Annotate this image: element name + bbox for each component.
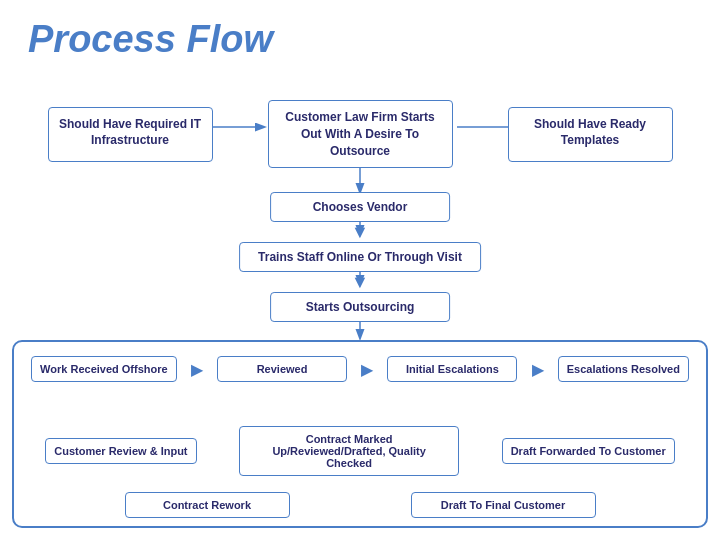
page-title: Process Flow: [28, 18, 273, 61]
draft-forwarded-box: Draft Forwarded To Customer: [502, 438, 675, 464]
customer-review-box: Customer Review & Input: [45, 438, 196, 464]
initial-escalations-box: Initial Escalations: [387, 356, 517, 382]
mid-flow: Chooses Vendor ▼ Trains Staff Online Or …: [239, 192, 481, 322]
container-row1: Work Received Offshore ▶ Reviewed ▶ Init…: [14, 356, 706, 382]
right-box: Should Have Ready Templates: [508, 107, 673, 162]
chooses-vendor-box: Chooses Vendor: [270, 192, 450, 222]
left-box: Should Have Required IT Infrastructure: [48, 107, 213, 162]
process-container: Work Received Offshore ▶ Reviewed ▶ Init…: [12, 340, 708, 528]
row1-arrow1: ▶: [191, 360, 203, 379]
draft-final-box: Draft To Final Customer: [411, 492, 596, 518]
top-row: Should Have Required IT Infrastructure C…: [0, 100, 720, 168]
escalations-resolved-box: Escalations Resolved: [558, 356, 689, 382]
reviewed-box: Reviewed: [217, 356, 347, 382]
work-received-box: Work Received Offshore: [31, 356, 177, 382]
row1-arrow3: ▶: [532, 360, 544, 379]
trains-staff-box: Trains Staff Online Or Through Visit: [239, 242, 481, 272]
container-row2: Customer Review & Input Contract Marked …: [14, 426, 706, 476]
starts-outsourcing-box: Starts Outsourcing: [270, 292, 450, 322]
row1-arrow2: ▶: [361, 360, 373, 379]
container-row3: Contract Rework Draft To Final Customer: [14, 492, 706, 518]
contract-marked-box: Contract Marked Up/Reviewed/Drafted, Qua…: [239, 426, 459, 476]
contract-rework-box: Contract Rework: [125, 492, 290, 518]
center-top-box: Customer Law Firm Starts Out With A Desi…: [268, 100, 453, 168]
